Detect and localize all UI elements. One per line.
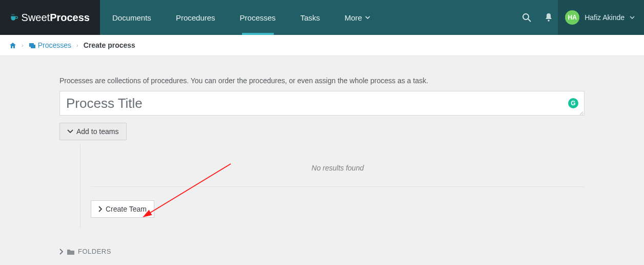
chevron-down-icon — [630, 16, 635, 19]
add-to-teams-button[interactable]: Add to teams — [59, 123, 127, 140]
nav-processes[interactable]: Processes — [228, 0, 288, 35]
chevron-right-icon — [98, 206, 103, 212]
stack-icon — [29, 43, 36, 49]
breadcrumb-current: Create process — [84, 41, 135, 49]
svg-line-1 — [528, 19, 531, 22]
create-team-label: Create Team — [106, 205, 147, 213]
folders-toggle[interactable]: FOLDERS — [59, 248, 585, 255]
logo[interactable]: SweetProcess — [0, 0, 100, 35]
user-menu[interactable]: HA Hafiz Akinde — [558, 0, 644, 35]
logo-cup-icon — [10, 12, 18, 23]
chevron-down-icon — [67, 129, 73, 134]
main-content: Processes are collections of procedures.… — [59, 56, 585, 255]
nav-more[interactable]: More — [332, 0, 383, 35]
nav-tasks[interactable]: Tasks — [288, 0, 332, 35]
home-icon — [9, 42, 16, 49]
search-icon[interactable] — [522, 13, 531, 22]
breadcrumb-processes[interactable]: Processes — [29, 41, 71, 49]
breadcrumb-home[interactable] — [9, 41, 16, 49]
logo-text: SweetProcess — [22, 12, 90, 24]
no-results-text: No results found — [91, 155, 585, 186]
bell-icon[interactable] — [545, 13, 553, 22]
avatar: HA — [565, 10, 579, 25]
grammarly-icon[interactable]: G — [568, 98, 578, 108]
create-team-button[interactable]: Create Team — [91, 200, 154, 218]
nav-links: Documents Procedures Processes Tasks Mor… — [100, 0, 383, 35]
hint-text: Processes are collections of procedures.… — [59, 77, 585, 85]
nav-procedures[interactable]: Procedures — [164, 0, 228, 35]
nav-utility-icons — [522, 0, 558, 35]
user-name: Hafiz Akinde — [585, 13, 625, 22]
title-input-wrap: G — [59, 91, 585, 116]
add-to-teams-label: Add to teams — [76, 127, 119, 136]
folder-icon — [67, 249, 75, 255]
svg-point-0 — [523, 14, 529, 20]
teams-panel: No results found Create Team — [80, 144, 585, 228]
breadcrumb: › Processes › Create process — [0, 35, 644, 56]
process-title-input[interactable] — [59, 91, 585, 116]
nav-more-label: More — [345, 13, 362, 22]
nav-documents[interactable]: Documents — [100, 0, 164, 35]
breadcrumb-sep: › — [76, 42, 78, 48]
chevron-down-icon — [365, 16, 370, 19]
top-nav: SweetProcess Documents Procedures Proces… — [0, 0, 644, 35]
svg-rect-4 — [31, 45, 35, 48]
svg-point-2 — [548, 20, 550, 22]
resize-handle[interactable] — [578, 109, 583, 115]
divider — [91, 186, 585, 187]
folders-label: FOLDERS — [78, 248, 111, 255]
chevron-right-icon — [59, 249, 64, 255]
breadcrumb-sep: › — [22, 42, 24, 48]
